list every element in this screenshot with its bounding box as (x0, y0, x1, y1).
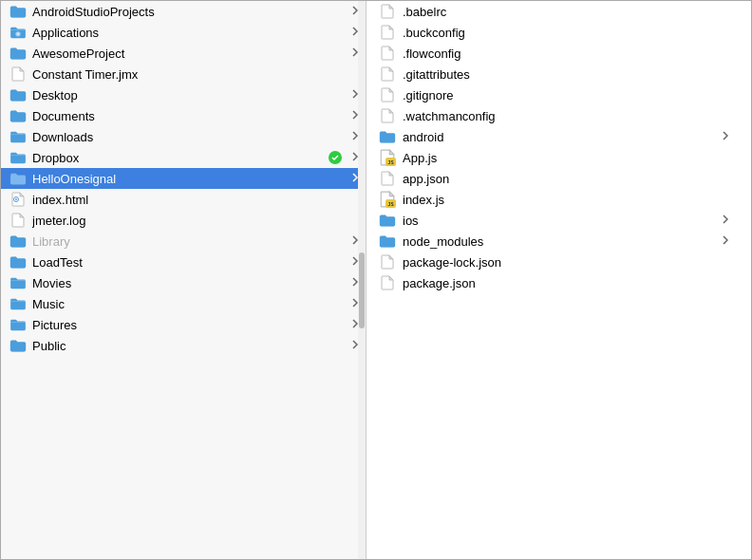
item-name: Constant Timer.jmx (32, 67, 358, 82)
item-name: .flowconfig (403, 47, 736, 61)
expand-arrow[interactable] (723, 131, 736, 142)
expand-arrow[interactable] (723, 215, 736, 226)
item-name: package.json (403, 276, 736, 290)
folder-icon (378, 128, 397, 145)
item-name: Documents (32, 109, 345, 123)
left-pane-item[interactable]: Applications (1, 22, 366, 43)
left-pane-item[interactable]: Music (1, 293, 366, 314)
folder-icon (9, 24, 28, 41)
item-name: index.html (32, 193, 358, 207)
expand-arrow[interactable] (345, 47, 358, 59)
right-pane-item[interactable]: node_modules (367, 231, 751, 252)
left-pane-item[interactable]: Desktop (1, 84, 366, 105)
folder-icon (9, 170, 28, 187)
expand-arrow[interactable] (345, 131, 358, 142)
right-pane-item[interactable]: JS index.js (367, 189, 751, 210)
right-pane-item[interactable]: package.json (367, 272, 751, 293)
item-name: Music (32, 297, 345, 311)
folder-icon (378, 233, 397, 250)
item-name: Public (32, 339, 345, 353)
right-pane-item[interactable]: .gitattributes (367, 64, 751, 84)
expand-arrow[interactable] (345, 298, 358, 309)
folder-icon (9, 107, 28, 124)
expand-arrow[interactable] (723, 235, 736, 247)
file-icon (378, 86, 397, 103)
item-name: android (403, 130, 723, 144)
expand-arrow[interactable] (345, 319, 358, 330)
left-pane-item[interactable]: index.html (1, 189, 366, 210)
item-name: .gitignore (403, 88, 736, 103)
right-pane-item[interactable]: .watchmanconfig (367, 105, 751, 126)
file-icon (9, 65, 28, 83)
left-pane-item[interactable]: AndroidStudioProjects (1, 1, 366, 22)
left-pane-item[interactable]: Library (1, 231, 366, 252)
item-name: node_modules (403, 234, 723, 249)
left-pane-item[interactable]: Documents (1, 105, 366, 126)
right-pane-item[interactable]: .flowconfig (367, 43, 751, 64)
folder-icon (9, 295, 28, 312)
item-name: app.json (403, 172, 736, 186)
left-pane-item[interactable]: Downloads (1, 126, 366, 147)
right-pane: .babelrc .buckconfig .flowconfig .gitatt… (367, 1, 751, 559)
folder-icon (378, 212, 397, 229)
folder-icon (9, 233, 28, 250)
item-name: Pictures (32, 318, 345, 332)
left-pane-item[interactable]: Constant Timer.jmx (1, 64, 366, 84)
right-pane-item[interactable]: .babelrc (367, 1, 751, 22)
right-pane-item[interactable]: app.json (367, 168, 751, 189)
right-pane-item[interactable]: android (367, 126, 751, 147)
left-pane-item[interactable]: LoadTest (1, 252, 366, 272)
left-pane-item[interactable]: Dropbox (1, 147, 366, 168)
js-file-icon: JS (378, 149, 397, 166)
item-name: LoadTest (32, 255, 345, 270)
item-name: .buckconfig (403, 26, 736, 40)
file-icon (378, 274, 397, 291)
folder-icon (9, 253, 28, 271)
expand-arrow[interactable] (345, 173, 358, 184)
folder-icon (9, 3, 28, 20)
item-name: jmeter.log (32, 214, 358, 228)
expand-arrow[interactable] (345, 152, 358, 163)
right-pane-item[interactable]: .gitignore (367, 84, 751, 105)
expand-arrow[interactable] (345, 256, 358, 268)
left-pane-item[interactable]: jmeter.log (1, 210, 366, 231)
left-pane-item[interactable]: Movies (1, 272, 366, 293)
item-name: HelloOnesignal (32, 172, 345, 186)
scrollbar-thumb[interactable] (359, 252, 365, 328)
item-name: AndroidStudioProjects (32, 5, 345, 19)
right-pane-item[interactable]: package-lock.json (367, 252, 751, 272)
right-pane-item[interactable]: ios (367, 210, 751, 231)
expand-arrow[interactable] (345, 27, 358, 38)
scrollbar-track[interactable] (358, 1, 366, 559)
left-pane-item[interactable]: Pictures (1, 314, 366, 335)
expand-arrow[interactable] (345, 340, 358, 351)
folder-icon (9, 45, 28, 62)
item-name: Desktop (32, 88, 345, 103)
item-name: .babelrc (403, 5, 736, 19)
left-pane-item[interactable]: AwesomeProject (1, 43, 366, 64)
file-icon (378, 45, 397, 62)
expand-arrow[interactable] (345, 277, 358, 289)
file-icon (378, 253, 397, 271)
item-name: Dropbox (32, 151, 329, 165)
left-pane-item[interactable]: Public (1, 335, 366, 356)
expand-arrow[interactable] (345, 110, 358, 121)
item-name: package-lock.json (403, 255, 736, 270)
green-check-badge (329, 151, 342, 164)
file-icon (378, 107, 397, 124)
finder-window: AndroidStudioProjects Applications Aweso… (0, 0, 752, 560)
right-pane-item[interactable]: .buckconfig (367, 22, 751, 43)
expand-arrow[interactable] (345, 235, 358, 247)
expand-arrow[interactable] (345, 6, 358, 17)
expand-arrow[interactable] (345, 89, 358, 101)
item-name: App.js (403, 151, 736, 165)
folder-icon (9, 86, 28, 103)
item-name: Library (32, 234, 345, 249)
folder-icon (9, 128, 28, 145)
left-pane-item[interactable]: HelloOnesignal (1, 168, 366, 189)
file-icon (9, 212, 28, 229)
item-name: AwesomeProject (32, 47, 345, 61)
file-icon (9, 191, 28, 208)
item-name: Movies (32, 276, 345, 290)
right-pane-item[interactable]: JS App.js (367, 147, 751, 168)
